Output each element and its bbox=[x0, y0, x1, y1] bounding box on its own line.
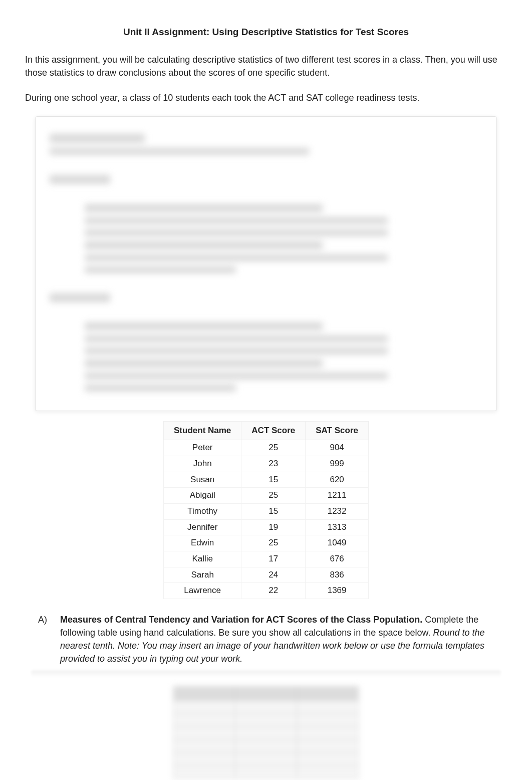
cell-name: Jennifer bbox=[164, 519, 241, 535]
document-page: Unit II Assignment: Using Descriptive St… bbox=[0, 0, 532, 780]
cell-act: 17 bbox=[241, 551, 306, 567]
table-row: Lawrence 22 1369 bbox=[164, 583, 369, 599]
cell-act: 15 bbox=[241, 472, 306, 488]
cell-sat: 904 bbox=[306, 440, 369, 456]
content-fade-divider bbox=[31, 670, 501, 677]
table-body: Peter 25 904 John 23 999 Susan 15 620 Ab… bbox=[164, 440, 369, 599]
cell-act: 25 bbox=[241, 535, 306, 551]
page-title: Unit II Assignment: Using Descriptive St… bbox=[25, 25, 507, 39]
table-row: Susan 15 620 bbox=[164, 472, 369, 488]
table-row: Jennifer 19 1313 bbox=[164, 519, 369, 535]
table-row: Sarah 24 836 bbox=[164, 567, 369, 583]
table-row: Timothy 15 1232 bbox=[164, 504, 369, 520]
blurred-answer-table bbox=[173, 686, 359, 779]
table-header-row: Student Name ACT Score SAT Score bbox=[164, 421, 369, 440]
cell-sat: 1232 bbox=[306, 504, 369, 520]
cell-act: 25 bbox=[241, 440, 306, 456]
cell-sat: 676 bbox=[306, 551, 369, 567]
cell-name: Edwin bbox=[164, 535, 241, 551]
table-row: Kallie 17 676 bbox=[164, 551, 369, 567]
intro-paragraph-1: In this assignment, you will be calculat… bbox=[25, 53, 507, 79]
blurred-text bbox=[50, 134, 482, 392]
cell-sat: 620 bbox=[306, 472, 369, 488]
cell-act: 23 bbox=[241, 456, 306, 472]
table-row: John 23 999 bbox=[164, 456, 369, 472]
cell-act: 25 bbox=[241, 488, 306, 504]
locked-content-preview bbox=[35, 116, 497, 411]
cell-name: Abigail bbox=[164, 488, 241, 504]
intro-paragraph-2: During one school year, a class of 10 st… bbox=[25, 91, 507, 104]
cell-name: Susan bbox=[164, 472, 241, 488]
cell-name: Kallie bbox=[164, 551, 241, 567]
col-header-act: ACT Score bbox=[241, 421, 306, 440]
question-body: Measures of Central Tendency and Variati… bbox=[60, 613, 494, 665]
cell-sat: 1049 bbox=[306, 535, 369, 551]
cell-sat: 999 bbox=[306, 456, 369, 472]
cell-act: 24 bbox=[241, 567, 306, 583]
col-header-sat: SAT Score bbox=[306, 421, 369, 440]
cell-name: Lawrence bbox=[164, 583, 241, 599]
cell-sat: 1313 bbox=[306, 519, 369, 535]
cell-name: Peter bbox=[164, 440, 241, 456]
table-row: Peter 25 904 bbox=[164, 440, 369, 456]
answer-table bbox=[173, 686, 359, 779]
cell-name: Timothy bbox=[164, 504, 241, 520]
cell-sat: 836 bbox=[306, 567, 369, 583]
table-row: Abigail 25 1211 bbox=[164, 488, 369, 504]
col-header-name: Student Name bbox=[164, 421, 241, 440]
scores-table: Student Name ACT Score SAT Score Peter 2… bbox=[163, 421, 369, 599]
cell-act: 22 bbox=[241, 583, 306, 599]
cell-sat: 1369 bbox=[306, 583, 369, 599]
cell-act: 15 bbox=[241, 504, 306, 520]
cell-name: John bbox=[164, 456, 241, 472]
question-letter: A) bbox=[38, 613, 52, 665]
cell-sat: 1211 bbox=[306, 488, 369, 504]
cell-name: Sarah bbox=[164, 567, 241, 583]
question-bold: Measures of Central Tendency and Variati… bbox=[60, 615, 422, 625]
question-a: A) Measures of Central Tendency and Vari… bbox=[38, 613, 494, 665]
cell-act: 19 bbox=[241, 519, 306, 535]
table-row: Edwin 25 1049 bbox=[164, 535, 369, 551]
